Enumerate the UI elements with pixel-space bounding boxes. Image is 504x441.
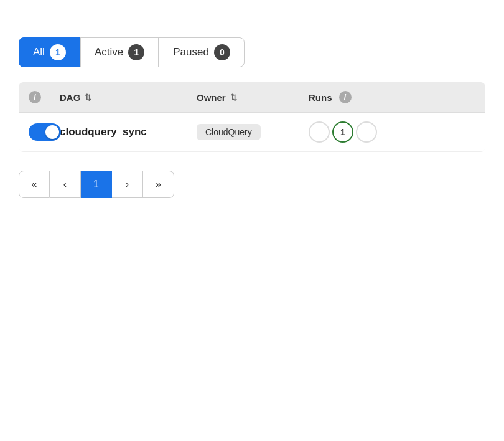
tab-badge-paused: 0 <box>214 44 230 60</box>
tab-label-active: Active <box>95 46 123 59</box>
page-btn-4[interactable]: » <box>143 171 174 198</box>
tab-all[interactable]: All1 <box>19 37 80 67</box>
pagination: «‹1›» <box>19 171 485 198</box>
dag-table: i DAG Owner Runs i cloudquery_sync Cloud… <box>19 82 485 152</box>
toggle-cell <box>29 123 60 141</box>
page-btn-0[interactable]: « <box>19 171 50 198</box>
page-btn-2[interactable]: 1 <box>81 171 112 198</box>
dag-toggle[interactable] <box>29 123 61 141</box>
page-btn-3[interactable]: › <box>112 171 143 198</box>
toggle-thumb <box>45 125 59 139</box>
run-circle-1[interactable] <box>309 121 330 143</box>
owner-sort-icon[interactable] <box>230 93 237 102</box>
tab-active[interactable]: Active1 <box>80 37 159 67</box>
table-row: cloudquery_sync CloudQuery 1 <box>19 113 485 152</box>
dag-name[interactable]: cloudquery_sync <box>60 126 197 138</box>
col-dag: DAG <box>60 92 197 103</box>
owner-badge: CloudQuery <box>197 124 261 140</box>
tab-group: All1Active1Paused0 <box>19 37 485 67</box>
run-circle-2[interactable]: 1 <box>332 121 353 143</box>
tab-label-all: All <box>33 46 45 59</box>
col-dag-label: DAG <box>60 92 80 103</box>
toggle-track <box>29 123 61 141</box>
dag-sort-icon[interactable] <box>85 93 91 102</box>
runs-cell: 1 <box>309 121 475 143</box>
tab-badge-all: 1 <box>50 44 66 60</box>
owner-cell: CloudQuery <box>197 124 309 140</box>
col-runs: Runs i <box>309 91 475 103</box>
col-owner-label: Owner <box>197 92 226 103</box>
tab-badge-active: 1 <box>128 44 144 60</box>
runs-info-icon[interactable]: i <box>339 91 352 103</box>
col-owner: Owner <box>197 92 309 103</box>
tab-label-paused: Paused <box>173 46 209 59</box>
table-header: i DAG Owner Runs i <box>19 82 485 113</box>
run-circle-3[interactable] <box>356 121 377 143</box>
tab-paused[interactable]: Paused0 <box>159 37 245 67</box>
col-info: i <box>29 91 60 103</box>
page-btn-1[interactable]: ‹ <box>50 171 81 198</box>
col-runs-label: Runs <box>309 92 332 103</box>
info-icon[interactable]: i <box>29 91 41 103</box>
